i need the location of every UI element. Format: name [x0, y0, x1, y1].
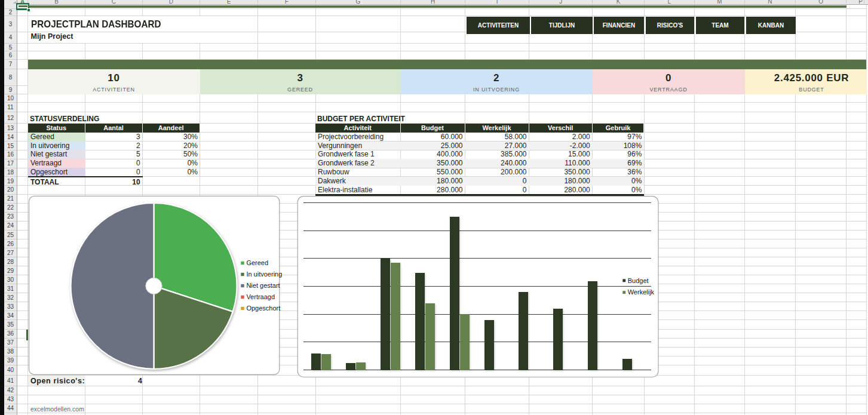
- svg-text:In uitvoering: In uitvoering: [246, 270, 282, 278]
- svg-text:Werkelijk: Werkelijk: [628, 288, 655, 296]
- svg-text:Niet gestart: Niet gestart: [246, 282, 280, 289]
- svg-text:Opgeschort: Opgeschort: [246, 305, 280, 312]
- svg-text:Budget: Budget: [628, 277, 649, 284]
- svg-text:Gereed: Gereed: [246, 259, 268, 266]
- svg-text:Vertraagd: Vertraagd: [246, 293, 275, 300]
